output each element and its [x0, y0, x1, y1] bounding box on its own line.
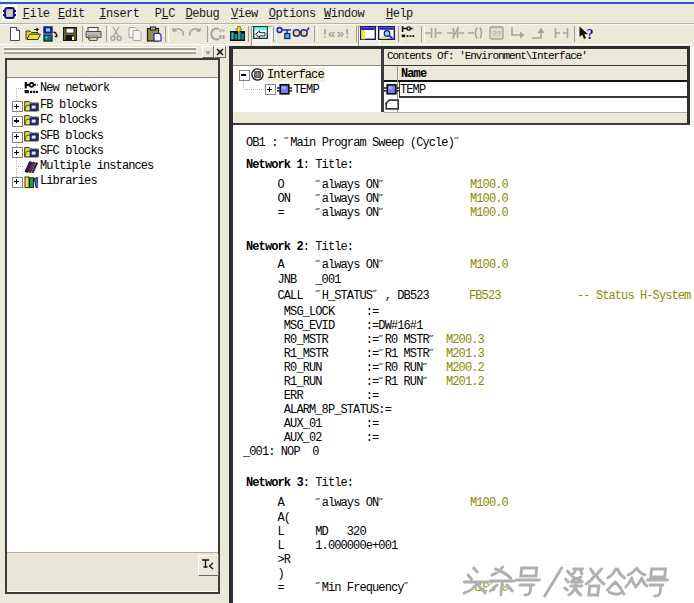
svg-text:?: ?	[587, 27, 594, 42]
svg-text:??: ??	[492, 29, 502, 38]
